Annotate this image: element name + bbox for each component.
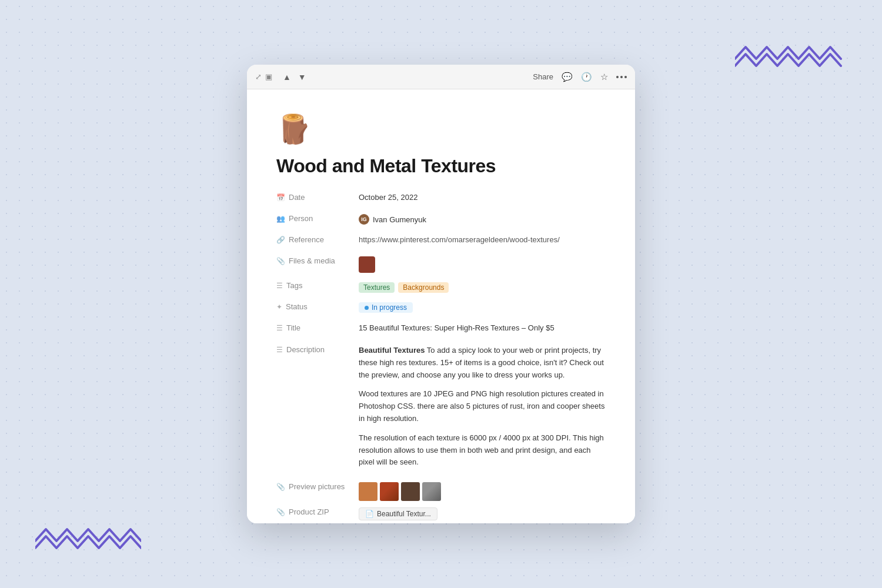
- calendar-icon: 📅: [276, 193, 285, 202]
- product-zip-value: 📄 Beautiful Textur...: [359, 506, 606, 520]
- desc-para-3: The resolution of each texture is 6000 p…: [359, 432, 606, 469]
- layout-icon[interactable]: ▣: [265, 72, 272, 81]
- wave-decoration-tr: [735, 35, 847, 71]
- zip-clip-icon: 📎: [276, 508, 285, 516]
- property-product-zip: 📎 Product ZIP 📄 Beautiful Textur...: [276, 506, 606, 522]
- property-date: 📅 Date October 25, 2022: [276, 191, 606, 208]
- status-value: In progress: [359, 300, 606, 313]
- desc-icon: ☰: [276, 346, 283, 354]
- person-icon: 👥: [276, 215, 285, 223]
- status-label: ✦ Status: [276, 300, 359, 311]
- resize-icon[interactable]: ⤢: [255, 72, 262, 81]
- person-value: IG Ivan Gumenyuk: [359, 212, 606, 225]
- wave-decoration-bl: [35, 523, 141, 553]
- zip-icon: 📄: [365, 510, 374, 518]
- property-preview-pictures: 📎 Preview pictures: [276, 480, 606, 501]
- reference-link[interactable]: https://www.pinterest.com/omarserageldee…: [359, 235, 560, 244]
- nav-up-button[interactable]: ▲: [280, 71, 293, 83]
- files-value: [359, 255, 606, 275]
- preview-thumb-1[interactable]: [359, 482, 377, 501]
- toolbar: ⤢ ▣ ▲ ▼ Share 💬 🕐 ☆: [247, 65, 635, 89]
- zip-file-chip[interactable]: 📄 Beautiful Textur...: [359, 507, 437, 520]
- desc-para-2: Wood textures are 10 JPEG and PNG high r…: [359, 388, 606, 425]
- files-label: 📎 Files & media: [276, 255, 359, 265]
- property-description: ☰ Description Beautiful Textures To add …: [276, 343, 606, 476]
- property-person: 👥 Person IG Ivan Gumenyuk: [276, 212, 606, 229]
- property-title: ☰ Title 15 Beautiful Textures: Super Hig…: [276, 322, 606, 338]
- property-reference: 🔗 Reference https://www.pinterest.com/om…: [276, 233, 606, 250]
- title-value[interactable]: 15 Beautiful Textures: Super High-Res Te…: [359, 322, 606, 332]
- star-prop-icon: ✦: [276, 303, 282, 311]
- date-label: 📅 Date: [276, 191, 359, 202]
- list-icon: ☰: [276, 282, 283, 290]
- paperclip-icon: 📎: [276, 257, 285, 265]
- date-value[interactable]: October 25, 2022: [359, 191, 606, 202]
- preview-thumb-2[interactable]: [380, 482, 399, 501]
- desc-para-1: Beautiful Textures To add a spicy look t…: [359, 345, 606, 381]
- clock-icon[interactable]: 🕐: [581, 72, 592, 82]
- text-icon: ☰: [276, 324, 283, 332]
- description-value: Beautiful Textures To add a spicy look t…: [359, 343, 606, 476]
- nav-down-button[interactable]: ▼: [296, 71, 309, 83]
- property-status: ✦ Status In progress: [276, 300, 606, 317]
- preview-pictures-value: [359, 480, 606, 501]
- person-display: IG Ivan Gumenyuk: [359, 214, 606, 225]
- person-label: 👥 Person: [276, 212, 359, 223]
- file-thumbnail[interactable]: [359, 256, 375, 273]
- property-files: 📎 Files & media: [276, 255, 606, 275]
- preview-pictures-label: 📎 Preview pictures: [276, 480, 359, 491]
- page-icon[interactable]: 🪵: [276, 113, 606, 146]
- property-tags: ☰ Tags Textures Backgrounds: [276, 279, 606, 296]
- reference-value: https://www.pinterest.com/omarserageldee…: [359, 233, 606, 244]
- reference-label: 🔗 Reference: [276, 233, 359, 244]
- page-title[interactable]: Wood and Metal Textures: [276, 155, 606, 177]
- tags-value: Textures Backgrounds: [359, 279, 606, 293]
- preview-thumb-4[interactable]: [422, 482, 441, 501]
- title-label: ☰ Title: [276, 322, 359, 332]
- toolbar-left: ⤢ ▣ ▲ ▼: [255, 71, 309, 83]
- person-avatar: IG: [359, 214, 369, 225]
- page-content: 🪵 Wood and Metal Textures 📅 Date October…: [247, 89, 635, 523]
- tag-textures[interactable]: Textures: [359, 282, 395, 293]
- toolbar-right: Share 💬 🕐 ☆: [533, 72, 627, 82]
- browser-window: ⤢ ▣ ▲ ▼ Share 💬 🕐 ☆ 🪵 Wood and Metal Tex…: [247, 65, 635, 523]
- preview-thumbs: [359, 482, 606, 501]
- preview-clip-icon: 📎: [276, 483, 285, 491]
- tags-container: Textures Backgrounds: [359, 281, 606, 293]
- tags-label: ☰ Tags: [276, 279, 359, 290]
- desc-bold: Beautiful Textures: [359, 346, 425, 355]
- description-label: ☰ Description: [276, 343, 359, 354]
- toolbar-nav: ▲ ▼: [280, 71, 309, 83]
- share-button[interactable]: Share: [533, 72, 553, 81]
- more-options-button[interactable]: [616, 76, 627, 78]
- comment-icon[interactable]: 💬: [562, 72, 573, 82]
- status-dot: [365, 306, 369, 310]
- product-zip-label: 📎 Product ZIP: [276, 506, 359, 516]
- star-icon[interactable]: ☆: [600, 72, 608, 82]
- link-icon: 🔗: [276, 236, 285, 244]
- status-badge[interactable]: In progress: [359, 302, 413, 313]
- tag-backgrounds[interactable]: Backgrounds: [398, 282, 449, 293]
- preview-thumb-3[interactable]: [401, 482, 420, 501]
